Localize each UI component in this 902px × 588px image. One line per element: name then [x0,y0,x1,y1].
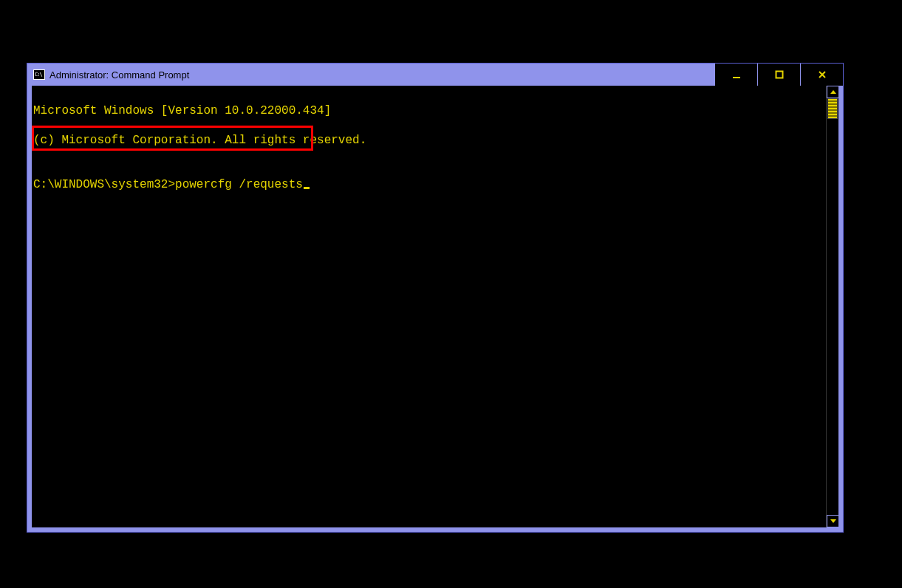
vertical-scrollbar[interactable] [826,86,838,527]
titlebar[interactable]: C:\ Administrator: Command Prompt [27,64,843,86]
chevron-down-icon [830,519,836,523]
scroll-up-button[interactable] [827,86,839,98]
client-area: Microsoft Windows [Version 10.0.22000.43… [32,86,838,527]
scroll-thumb[interactable] [827,98,838,119]
prompt-line: C:\WINDOWS\system32>powercfg /requests [33,177,310,192]
output-line: Microsoft Windows [Version 10.0.22000.43… [33,103,824,118]
cmd-icon: C:\ [33,69,45,80]
output-line: (c) Microsoft Corporation. All rights re… [33,133,824,148]
svg-rect-1 [776,72,782,78]
scroll-down-button[interactable] [827,515,839,527]
command-prompt-window: C:\ Administrator: Command Prompt Micros… [27,63,844,533]
cursor [304,187,310,189]
prompt-text: C:\WINDOWS\system32> [33,178,175,191]
close-button[interactable] [800,64,843,86]
minimize-button[interactable] [714,64,757,86]
scroll-track[interactable] [827,98,838,515]
maximize-icon [774,69,785,80]
maximize-button[interactable] [757,64,800,86]
minimize-icon [731,69,742,80]
window-controls [714,64,843,86]
command-text: powercfg /requests [175,178,303,191]
chevron-up-icon [830,90,836,94]
close-icon [817,69,827,80]
console-output[interactable]: Microsoft Windows [Version 10.0.22000.43… [32,86,825,527]
window-title: Administrator: Command Prompt [49,69,189,81]
svg-rect-0 [733,77,740,78]
